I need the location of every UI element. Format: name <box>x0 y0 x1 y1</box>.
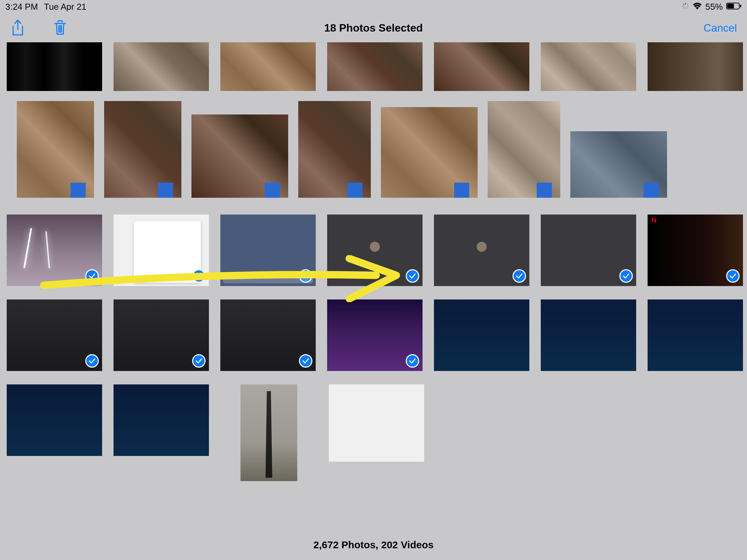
photo-thumbnail[interactable] <box>434 299 529 371</box>
selected-check-icon <box>85 354 99 368</box>
battery-pct: 55% <box>705 2 723 12</box>
selected-check-icon <box>726 269 740 283</box>
photo-grid[interactable] <box>0 42 747 481</box>
photo-thumbnail[interactable] <box>113 299 209 371</box>
photo-thumbnail[interactable] <box>7 42 102 91</box>
grid-row <box>7 101 740 198</box>
status-date: Tue Apr 21 <box>44 2 86 12</box>
selected-check-icon <box>192 269 206 283</box>
photo-thumbnail[interactable] <box>570 131 667 198</box>
selected-check-icon <box>406 269 419 283</box>
photo-thumbnail[interactable] <box>434 42 529 91</box>
selected-check-icon <box>619 269 633 283</box>
photo-thumbnail[interactable] <box>541 215 636 286</box>
photo-thumbnail[interactable] <box>7 215 102 286</box>
photo-thumbnail[interactable] <box>220 215 316 286</box>
photo-thumbnail[interactable] <box>648 299 743 371</box>
photo-thumbnail[interactable] <box>488 101 560 198</box>
photo-thumbnail[interactable] <box>113 384 209 456</box>
selected-check-icon <box>299 269 312 283</box>
selected-check-icon <box>513 269 526 283</box>
svg-rect-10 <box>740 5 741 7</box>
status-time: 3:24 PM <box>5 2 38 12</box>
selected-check-icon <box>406 354 419 368</box>
svg-line-2 <box>683 4 684 5</box>
photo-thumbnail[interactable] <box>298 101 371 198</box>
cancel-button[interactable]: Cancel <box>703 22 737 34</box>
photo-thumbnail[interactable] <box>7 299 102 371</box>
grid-row <box>7 299 740 371</box>
photo-thumbnail[interactable] <box>541 299 636 371</box>
photo-thumbnail[interactable] <box>381 107 478 198</box>
grid-row <box>7 384 740 481</box>
selected-check-icon <box>299 354 312 368</box>
selected-check-icon <box>85 269 99 283</box>
photo-thumbnail[interactable] <box>327 299 422 371</box>
photo-thumbnail[interactable] <box>434 215 529 286</box>
svg-line-7 <box>687 4 688 5</box>
photo-thumbnail[interactable] <box>240 384 297 481</box>
grid-row <box>7 215 740 286</box>
photo-thumbnail[interactable] <box>541 42 636 91</box>
share-button[interactable] <box>10 20 26 35</box>
wifi-icon <box>693 2 702 12</box>
photo-thumbnail[interactable] <box>648 215 743 286</box>
loading-icon <box>682 2 689 12</box>
trash-button[interactable] <box>52 20 68 35</box>
photo-thumbnail[interactable] <box>17 101 94 198</box>
photo-thumbnail[interactable] <box>113 215 209 286</box>
battery-icon <box>726 2 742 12</box>
status-bar: 3:24 PM Tue Apr 21 55% <box>0 0 747 14</box>
photo-thumbnail[interactable] <box>191 114 288 198</box>
photo-thumbnail[interactable] <box>327 42 422 91</box>
nav-right: Cancel <box>703 22 737 34</box>
library-summary: 2,672 Photos, 202 Videos <box>0 539 747 551</box>
photo-thumbnail[interactable] <box>220 299 316 371</box>
status-left: 3:24 PM Tue Apr 21 <box>5 2 86 12</box>
photo-thumbnail[interactable] <box>329 384 424 462</box>
status-right: 55% <box>682 2 742 12</box>
nav-left <box>10 20 68 35</box>
photo-thumbnail[interactable] <box>7 384 102 456</box>
svg-line-6 <box>683 7 684 8</box>
photo-thumbnail[interactable] <box>220 42 316 91</box>
photo-thumbnail[interactable] <box>327 215 422 286</box>
photo-thumbnail[interactable] <box>648 42 743 91</box>
svg-rect-9 <box>727 4 734 8</box>
grid-row <box>7 42 740 91</box>
photo-thumbnail[interactable] <box>104 101 181 198</box>
svg-line-3 <box>687 7 688 8</box>
page-title: 18 Photos Selected <box>324 22 422 34</box>
photo-thumbnail[interactable] <box>113 42 209 91</box>
nav-bar: 18 Photos Selected Cancel <box>0 14 747 42</box>
selected-check-icon <box>192 354 206 368</box>
